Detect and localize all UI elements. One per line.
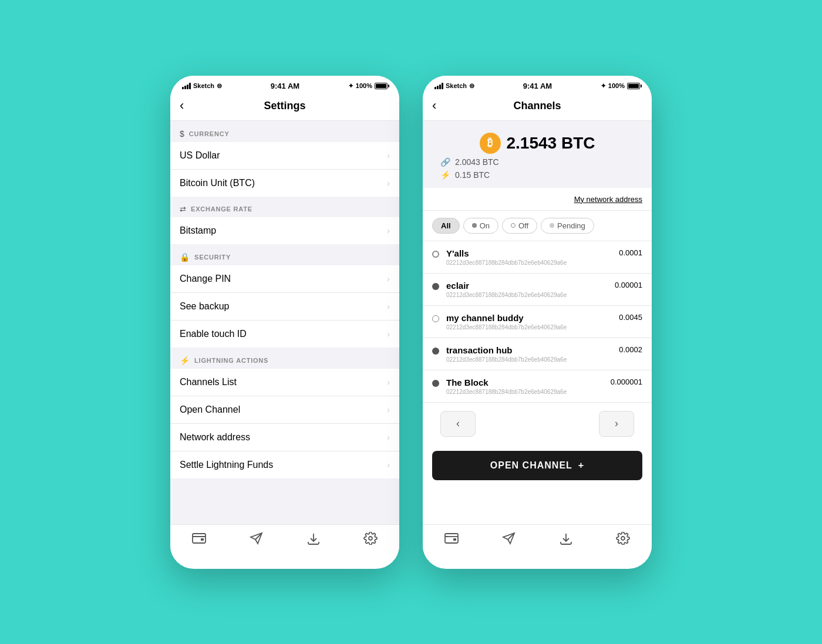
status-dot-online	[432, 251, 439, 258]
channel-info-block: The Block 02212d3ec887188b284dbb7b2e6eb4…	[446, 377, 604, 395]
tab-wallet[interactable]	[170, 532, 228, 548]
channel-amount-block: 0.000001	[611, 377, 642, 386]
settings-list: $ CURRENCY US Dollar › Bitcoin Unit (BTC…	[170, 121, 399, 524]
channels-list-item[interactable]: Channels List ›	[170, 369, 399, 396]
time-label: 9:41 AM	[271, 82, 299, 90]
open-channel-text: OPEN CHANNEL	[490, 460, 572, 471]
receive-icon-r	[559, 532, 573, 548]
tab-send[interactable]	[228, 532, 285, 548]
tab-settings[interactable]	[342, 532, 400, 548]
bitstamp-label: Bitstamp	[180, 225, 216, 236]
channel-item-yalls[interactable]: Y'alls 02212d3ec887188b284dbb7b2e6eb4062…	[423, 241, 652, 274]
next-page-button[interactable]: ›	[599, 411, 634, 437]
filter-tabs: All On Off Pending	[423, 211, 652, 241]
currency-icon: $	[180, 129, 184, 139]
tab-send-r[interactable]	[480, 532, 538, 548]
channel-item-eclair[interactable]: eclair 02212d3ec887188b284dbb7b2e6eb4062…	[423, 274, 652, 306]
status-left: Sketch ⊜	[182, 82, 222, 90]
time-label-r: 9:41 AM	[523, 82, 552, 90]
my-network-address-link[interactable]: My network address	[574, 195, 642, 204]
status-bar-right: Sketch ⊜ 9:41 AM ✦ 100%	[423, 76, 652, 94]
status-left-r: Sketch ⊜	[434, 82, 474, 90]
lightning-section-header: ⚡ LIGHTNING ACTIONS	[170, 348, 399, 369]
channel-amount-yalls: 0.0001	[619, 248, 642, 257]
channel-name-eclair: eclair	[446, 281, 608, 291]
channel-info-yalls: Y'alls 02212d3ec887188b284dbb7b2e6eb4062…	[446, 248, 612, 266]
btc-total-amount: 2.1543 BTC	[507, 134, 595, 153]
tab-settings-r[interactable]	[595, 532, 652, 548]
filter-all[interactable]: All	[432, 218, 460, 234]
filter-pending[interactable]: Pending	[541, 218, 594, 234]
channel-name-buddy: my channel buddy	[446, 313, 612, 323]
signal-icon	[182, 82, 191, 89]
tab-receive-r[interactable]	[537, 532, 595, 548]
tab-bar-left	[170, 524, 399, 559]
open-channel-item[interactable]: Open Channel ›	[170, 396, 399, 424]
send-icon	[249, 532, 263, 548]
channel-hash-yalls: 02212d3ec887188b284dbb7b2e6eb40629a6e	[446, 259, 612, 266]
my-network-address-section: My network address	[423, 188, 652, 211]
settle-lightning-label: Settle Lightning Funds	[180, 460, 273, 470]
status-dot-buddy	[432, 315, 439, 322]
tab-bar-right	[423, 524, 652, 559]
send-icon-r	[501, 532, 516, 548]
prev-page-button[interactable]: ‹	[440, 411, 476, 437]
filter-on[interactable]: On	[463, 218, 498, 234]
open-channel-button[interactable]: OPEN CHANNEL +	[432, 451, 642, 480]
settings-icon	[363, 532, 378, 548]
settings-phone: Sketch ⊜ 9:41 AM ✦ 100% ‹ Settings $ CUR…	[170, 76, 399, 569]
channel-name-block: The Block	[446, 377, 604, 387]
settle-lightning-item[interactable]: Settle Lightning Funds ›	[170, 451, 399, 478]
channels-back-button[interactable]: ‹	[432, 98, 436, 113]
see-backup-item[interactable]: See backup ›	[170, 293, 399, 321]
channel-item-block[interactable]: The Block 02212d3ec887188b284dbb7b2e6eb4…	[423, 370, 652, 403]
chevron-right-icon: ›	[387, 433, 390, 442]
lightning-group: Channels List › Open Channel › Network a…	[170, 369, 399, 478]
lightning-icon: ⚡	[180, 356, 190, 365]
exchange-icon: ⇄	[180, 205, 186, 214]
svg-point-2	[369, 537, 372, 540]
chevron-right-icon: ›	[387, 226, 390, 235]
tab-receive[interactable]	[285, 532, 342, 548]
channel-item-buddy[interactable]: my channel buddy 02212d3ec887188b284dbb7…	[423, 306, 652, 338]
channel-info-buddy: my channel buddy 02212d3ec887188b284dbb7…	[446, 313, 612, 331]
channel-amount-buddy: 0.0045	[619, 313, 642, 322]
filter-off[interactable]: Off	[502, 218, 537, 234]
chevron-right-icon: ›	[387, 460, 390, 470]
receive-icon	[306, 532, 321, 548]
battery-percent: 100%	[356, 82, 372, 89]
change-pin-item[interactable]: Change PIN ›	[170, 265, 399, 293]
filter-on-label: On	[480, 221, 490, 230]
back-button[interactable]: ‹	[180, 98, 184, 113]
bitcoin-unit-item[interactable]: Bitcoin Unit (BTC) ›	[170, 170, 399, 197]
currency-label: CURRENCY	[189, 130, 230, 137]
channel-amount-eclair: 0.00001	[615, 281, 642, 289]
svg-point-5	[621, 537, 625, 540]
chevron-right-icon: ›	[387, 178, 390, 188]
battery-icon	[375, 83, 388, 89]
see-backup-label: See backup	[180, 301, 230, 312]
channels-list-label: Channels List	[180, 377, 237, 387]
status-right: ✦ 100%	[348, 82, 388, 90]
enable-touch-id-item[interactable]: Enable touch ID ›	[170, 321, 399, 348]
us-dollar-item[interactable]: US Dollar ›	[170, 142, 399, 170]
channel-hash-hub: 02212d3ec887188b284dbb7b2e6eb40629a6e	[446, 356, 612, 363]
tab-wallet-r[interactable]	[423, 532, 480, 548]
network-address-item[interactable]: Network address ›	[170, 424, 399, 451]
channel-amount-hub: 0.0002	[619, 345, 642, 354]
exchange-group: Bitstamp ›	[170, 217, 399, 244]
chevron-right-icon: ›	[387, 302, 390, 311]
bitstamp-item[interactable]: Bitstamp ›	[170, 217, 399, 244]
security-label: SECURITY	[194, 254, 231, 261]
chevron-right-icon: ›	[387, 405, 390, 414]
chevron-right-icon: ›	[387, 377, 390, 387]
wallet-icon	[192, 532, 206, 548]
channel-item-transaction-hub[interactable]: transaction hub 02212d3ec887188b284dbb7b…	[423, 338, 652, 370]
settings-nav-header: ‹ Settings	[170, 94, 399, 121]
channel-info-hub: transaction hub 02212d3ec887188b284dbb7b…	[446, 345, 612, 363]
filter-all-label: All	[441, 221, 451, 230]
channel-hash-buddy: 02212d3ec887188b284dbb7b2e6eb40629a6e	[446, 324, 612, 331]
battery-percent-r: 100%	[608, 82, 625, 89]
chevron-right-icon: ›	[387, 151, 390, 160]
status-bar-left: Sketch ⊜ 9:41 AM ✦ 100%	[170, 76, 399, 94]
